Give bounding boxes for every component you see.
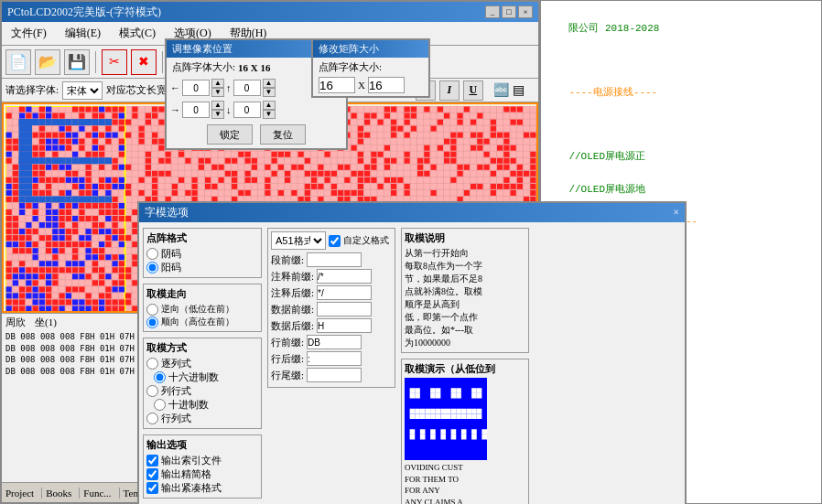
format-type-select[interactable]: A51格式	[271, 231, 326, 250]
status-books[interactable]: Books	[46, 488, 80, 499]
matrix-dialog-title: 修改矩阵大小	[313, 40, 428, 58]
light-radio[interactable]	[146, 262, 158, 273]
menu-file[interactable]: 文件(F)	[5, 24, 52, 43]
comment-suffix-label: 注释后缀:	[271, 286, 314, 300]
adjust-down-up[interactable]: ▲	[263, 101, 276, 110]
output-options-label: 输出选项	[146, 438, 258, 452]
adjust-size-value: 16 X 16	[238, 62, 270, 73]
custom-format-label: 自定义格式	[343, 234, 389, 247]
adjust-down-down[interactable]: ▼	[263, 110, 276, 119]
format-icon2: ▤	[513, 82, 525, 98]
compact-checkbox[interactable]	[146, 482, 158, 494]
adjust-title-text: 调整像素位置	[172, 42, 233, 56]
char-options-dialog: 字模选项 × 点阵格式 阴码 阳码 取模走向	[137, 201, 687, 504]
data-prefix-input[interactable]	[317, 302, 372, 316]
format-icon1: 🔤	[493, 82, 509, 98]
adjust-row2: → ▲ ▼ ↓ ▲ ▼	[167, 99, 346, 121]
underline-button[interactable]: U	[463, 80, 483, 101]
segment-prefix-input[interactable]	[307, 252, 362, 267]
status-project[interactable]: Project	[5, 488, 42, 499]
dot-format-section: 点阵格式 阴码 阳码	[143, 228, 262, 278]
radio-col-row: 列行式	[146, 384, 258, 398]
adjust-left-up[interactable]: ▲	[211, 79, 224, 88]
dec-radio[interactable]	[154, 399, 166, 411]
font-name-select[interactable]: 宋体	[62, 81, 103, 100]
separator2	[162, 51, 163, 73]
font-select-label: 请选择字体:	[5, 83, 59, 97]
demo-canvas	[405, 378, 487, 460]
matrix-height-input[interactable]	[368, 77, 405, 93]
cut-icon: ✂	[109, 54, 120, 70]
data-prefix-row: 数据前缀:	[271, 302, 392, 316]
comment-prefix-input[interactable]	[317, 269, 372, 284]
scan-dir-section: 取模走向 逆向（低位在前） 顺向（高位在前）	[143, 284, 262, 332]
adjust-left-down[interactable]: ▼	[211, 88, 224, 97]
char-options-close-btn[interactable]: ×	[673, 206, 679, 220]
matrix-size-label: 点阵字体大小:	[319, 60, 423, 74]
scan-method-section: 取模方式 逐列式 十六进制数 列行式 十进制数	[143, 338, 262, 429]
adjust-confirm-btn[interactable]: 锁定	[207, 124, 253, 145]
maximize-btn[interactable]: □	[502, 5, 516, 18]
col-row-radio[interactable]	[146, 385, 158, 397]
matrix-width-input[interactable]	[319, 77, 355, 93]
adjust-down-input[interactable]	[233, 102, 261, 118]
simple-label: 输出精简格	[161, 467, 211, 481]
line-tail-input[interactable]	[307, 368, 362, 382]
adjust-left-input[interactable]	[182, 80, 210, 96]
comment-suffix-input[interactable]	[317, 285, 372, 300]
hex-radio[interactable]	[154, 371, 166, 383]
forward-radio[interactable]	[146, 316, 158, 328]
comment-prefix-label: 注释前缀:	[271, 270, 314, 284]
line-suffix-row: 行后缀:	[271, 351, 392, 366]
reverse-label: 逆向（低位在前）	[161, 303, 234, 316]
reverse-radio[interactable]	[146, 304, 158, 316]
delete-button[interactable]: ✖	[131, 49, 157, 75]
col-radio[interactable]	[146, 358, 158, 370]
adjust-right-input[interactable]	[182, 102, 210, 118]
col-label: 逐列式	[161, 357, 191, 370]
menu-mode[interactable]: 模式(C)	[114, 24, 161, 43]
comment-prefix-row: 注释前缀:	[271, 269, 392, 284]
adjust-up-down[interactable]: ▼	[263, 88, 276, 97]
data-suffix-input[interactable]	[317, 318, 372, 333]
scan-method-label: 取模方式	[146, 341, 258, 355]
custom-format-checkbox[interactable]	[329, 235, 341, 247]
radio-reverse: 逆向（低位在前）	[146, 303, 258, 316]
adjust-right-up[interactable]: ▲	[211, 101, 224, 110]
index-label: 输出索引文件	[161, 454, 222, 467]
adjust-cancel-btn[interactable]: 复位	[260, 124, 306, 145]
simple-checkbox[interactable]	[146, 468, 158, 480]
adjust-up-up[interactable]: ▲	[263, 79, 276, 88]
line-suffix-input[interactable]	[307, 351, 362, 366]
data-suffix-label: 数据后缀:	[271, 319, 314, 333]
adjust-up-input[interactable]	[233, 80, 261, 96]
data-suffix-row: 数据后缀:	[271, 318, 392, 333]
bottom-label: 周欣	[5, 316, 26, 329]
new-button[interactable]: 📄	[5, 49, 31, 75]
line-prefix-input[interactable]	[307, 335, 362, 349]
options-col2: A51格式 自定义格式 段前缀: 注释前缀: 注释后缀:	[267, 226, 395, 504]
open-button[interactable]: 📂	[35, 49, 60, 75]
demo-text: OVIDING CUST FOR THEM TO FOR ANY ANY CLA…	[405, 462, 525, 504]
row-col-radio[interactable]	[146, 413, 158, 424]
separator1	[95, 51, 96, 73]
italic-button[interactable]: I	[439, 80, 460, 101]
shadow-radio[interactable]	[146, 248, 158, 260]
adjust-size-label: 点阵字体大小:	[172, 60, 235, 74]
title-bar: PCtoLCD2002完美版-(字符模式) _ □ ×	[2, 2, 538, 22]
adjust-right-down[interactable]: ▼	[211, 110, 224, 119]
cut-button[interactable]: ✂	[102, 49, 127, 75]
minimize-btn[interactable]: _	[485, 5, 500, 18]
line-suffix-label: 行后缀:	[271, 352, 304, 366]
save-button[interactable]: 💾	[64, 49, 90, 75]
status-func[interactable]: Func...	[83, 488, 119, 499]
radio-light: 阳码	[146, 261, 258, 274]
data-prefix-label: 数据前缀:	[271, 303, 314, 316]
menu-edit[interactable]: 编辑(E)	[59, 24, 106, 43]
close-btn[interactable]: ×	[518, 5, 533, 18]
index-checkbox[interactable]	[146, 455, 158, 466]
radio-forward: 顺向（高位在前）	[146, 316, 258, 328]
scan-dir-label: 取模走向	[146, 287, 258, 301]
dot-format-label: 点阵格式	[146, 231, 258, 245]
line-tail-label: 行尾缀:	[271, 369, 304, 382]
